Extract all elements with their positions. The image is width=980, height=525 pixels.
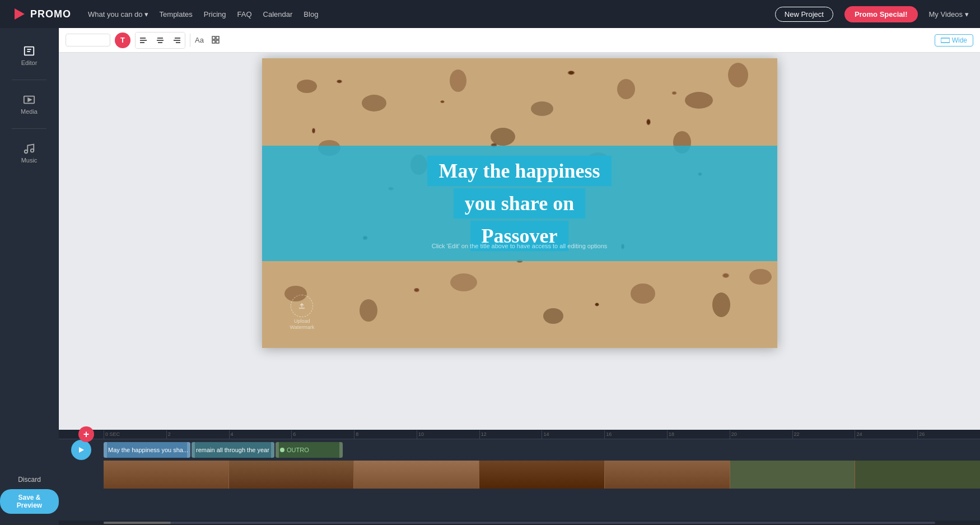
svg-point-40 [749,269,772,285]
svg-point-7 [31,149,34,152]
ruler-mark-12: 12 [479,430,542,439]
svg-point-28 [728,63,748,87]
svg-rect-12 [157,40,164,41]
svg-rect-18 [216,36,219,39]
wide-view-button[interactable]: Wide [935,34,973,47]
svg-rect-16 [176,42,180,43]
ruler-mark-10: 10 [417,430,479,439]
svg-rect-11 [157,38,163,39]
svg-rect-15 [174,40,180,41]
ruler-mark-26: 26 [917,430,980,439]
top-nav: PROMO What you can do ▾ Templates Pricin… [0,0,980,28]
ruler-mark-16: 16 [604,430,667,439]
watermark-area[interactable]: UploadWatermark [290,295,315,331]
svg-marker-5 [28,98,31,101]
svg-point-31 [491,128,515,146]
clip-handle-right-1[interactable] [187,442,190,458]
font-selector[interactable]: Lato ▾ [66,34,110,47]
timeline-scrollbar[interactable] [59,521,980,525]
timeline-clip-outro[interactable]: OUTRO [276,442,343,458]
timeline-tracks: May the happiness you sha... remain all … [59,439,980,521]
clip-handle-left-3[interactable] [276,442,279,458]
video-thumb-3 [354,461,479,489]
add-clip-button[interactable]: + [78,426,94,442]
ruler-mark-6: 6 [291,430,354,439]
svg-point-37 [543,308,563,324]
toolbar-separator-1 [190,34,190,47]
timeline-clip-text2[interactable]: remain all through the year [192,442,274,458]
clip-handle-right-3[interactable] [339,442,343,458]
ruler-mark-18: 18 [667,430,730,439]
align-left-icon [139,36,147,44]
wide-label: Wide [952,36,967,44]
svg-point-6 [25,150,28,154]
svg-rect-8 [140,38,146,39]
nav-what-you-can-do[interactable]: What you can do ▾ [88,10,148,18]
align-group [135,32,185,49]
sidebar-item-music[interactable]: Music [0,137,58,169]
grid-button[interactable] [208,32,224,48]
play-icon [77,446,85,454]
text-color-button[interactable]: T [115,32,130,48]
new-project-button[interactable]: New Project [775,7,833,22]
timeline-video-strip[interactable] [104,461,980,489]
track-items-text: May the happiness you sha... remain all … [104,442,980,458]
clip-handle-right-2[interactable] [271,442,274,458]
scrollbar-track[interactable] [104,522,935,524]
watermark-label: UploadWatermark [290,318,315,331]
video-strip-spacer [59,461,104,489]
timeline-clip-text1[interactable]: May the happiness you sha... [104,442,190,458]
upload-icon [297,301,306,310]
svg-point-22 [297,80,317,93]
clip-handle-left-1[interactable] [104,442,107,458]
logo-text: PROMO [30,8,71,20]
banner-line-2: you share on [454,188,585,219]
scrollbar-thumb[interactable] [104,522,171,524]
ruler-marks: 0 SEC 2 4 6 8 10 12 14 16 18 20 22 24 26 [104,430,980,439]
nav-pricing[interactable]: Pricing [204,10,226,18]
my-videos-button[interactable]: My Videos ▾ [929,10,969,18]
text-size-button[interactable]: Aa [195,36,204,44]
video-thumb-5 [605,461,730,489]
text-banner-overlay[interactable]: May the happiness you share on Passover … [262,146,777,261]
sidebar-music-label: Music [21,157,38,164]
save-preview-button[interactable]: Save & Preview [0,489,59,514]
music-icon [23,142,35,155]
align-left-button[interactable] [136,32,151,48]
sidebar-item-editor[interactable]: Editor [0,39,58,72]
timeline-play-button[interactable] [71,440,91,460]
main-content: Lato ▾ T [59,28,980,525]
sidebar-divider-1 [12,80,46,80]
svg-rect-9 [140,40,147,41]
video-thumb-1 [104,461,228,489]
align-center-icon [156,36,164,44]
promo-special-button[interactable]: Promo Special! [844,6,918,22]
clip-text1-label: May the happiness you sha... [108,447,188,453]
svg-point-23 [362,95,386,111]
text-icon [23,45,35,57]
ruler-mark-8: 8 [354,430,417,439]
sidebar-divider-2 [12,128,46,129]
sidebar-item-media[interactable]: Media [0,88,58,120]
align-center-button[interactable] [152,32,168,48]
nav-blog[interactable]: Blog [304,10,318,18]
font-name: Lato [71,36,85,44]
clip-handle-left-2[interactable] [192,442,195,458]
sidebar-editor-label: Editor [21,59,38,66]
nav-templates[interactable]: Templates [160,10,193,18]
svg-rect-21 [941,38,950,43]
video-canvas[interactable]: May the happiness you share on Passover … [262,58,777,348]
ruler-mark-22: 22 [792,430,855,439]
ruler-mark-24: 24 [855,430,917,439]
nav-calendar[interactable]: Calendar [263,10,293,18]
logo[interactable]: PROMO [11,6,71,22]
nav-faq[interactable]: FAQ [237,10,252,18]
svg-rect-10 [140,42,144,43]
discard-button[interactable]: Discard [18,476,41,484]
align-right-button[interactable] [169,32,185,48]
ruler-mark-2: 2 [166,430,229,439]
timeline-video-strip-row [59,461,980,489]
svg-point-39 [712,292,730,317]
svg-rect-20 [216,40,219,43]
svg-point-38 [631,284,655,304]
